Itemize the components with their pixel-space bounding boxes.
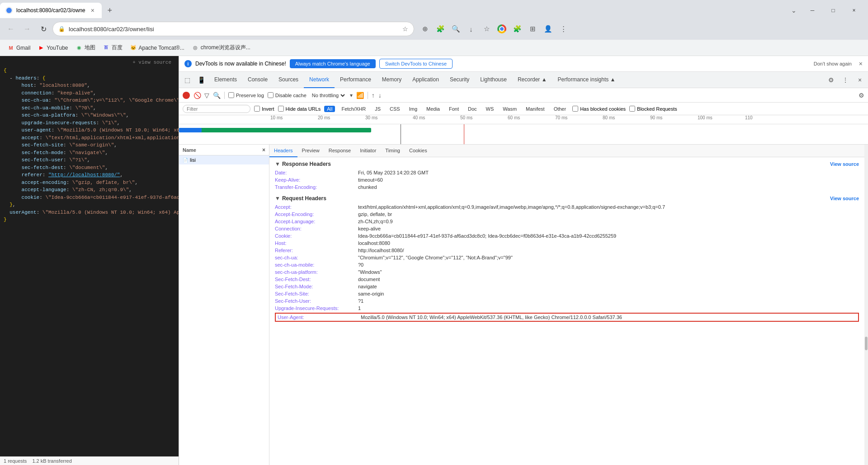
filter-js-btn[interactable]: JS [372,106,383,112]
grid-icon[interactable]: ⊞ [525,22,540,36]
tab-initiator[interactable]: Initiator [355,145,381,157]
filter-input[interactable] [183,105,250,113]
tab-close-btn[interactable]: × [89,7,96,14]
right-scrollbar[interactable] [864,145,868,465]
network-settings-btn[interactable]: ⚙ [859,92,864,99]
extensions-icon[interactable]: 🧩 [433,22,448,36]
overflow-menu-btn[interactable]: ⌄ [788,4,800,17]
tab-lighthouse[interactable]: Lighthouse [475,72,512,88]
minimize-btn[interactable]: ─ [802,3,823,18]
tab-headers[interactable]: Headers [269,145,297,157]
bookmark-tomcat[interactable]: 🐱 Apache Tomcat®... [126,42,188,53]
more-tools-icon[interactable]: ⋮ [839,74,852,86]
maximize-btn[interactable]: □ [823,3,844,18]
main-area: + view source { - headers: { host: "loca… [0,56,868,465]
preserve-log-checkbox[interactable]: Preserve log [228,92,264,98]
view-source-response-link[interactable]: View source [830,161,859,167]
filter-font-btn[interactable]: Font [446,106,462,112]
disable-cache-checkbox[interactable]: Disable cache [268,92,307,98]
tab-response[interactable]: Response [324,145,356,157]
bookmark-baidu[interactable]: 百 百度 [99,42,126,53]
tab-security[interactable]: Security [444,72,475,88]
filter-other-btn[interactable]: Other [551,106,569,112]
view-source-request-link[interactable]: View source [830,196,859,201]
tab-elements[interactable]: Elements [209,72,242,88]
filter-wasm-btn[interactable]: Wasm [500,106,519,112]
dont-show-again-link[interactable]: Don't show again [814,61,852,66]
export-har-btn[interactable]: ↓ [378,92,382,99]
search-network-icon[interactable]: 🔍 [213,92,221,99]
filter-media-btn[interactable]: Media [424,106,443,112]
tab-application[interactable]: Application [407,72,444,88]
new-tab-btn[interactable]: + [104,4,116,17]
tab-memory[interactable]: Memory [377,72,407,88]
header-value-accept: text/html,application/xhtml+xml,applicat… [358,204,665,210]
address-bar[interactable]: 🔒 localhost:8080/car02/3/owner/lisi ☆ [52,22,414,36]
bookmark-gmail[interactable]: M Gmail [4,42,34,53]
forward-btn[interactable]: → [20,22,34,36]
bookmark-star-icon[interactable]: ☆ [402,25,408,33]
back-btn[interactable]: ← [4,22,18,36]
filter-manifest-btn[interactable]: Manifest [523,106,547,112]
filter-css-btn[interactable]: CSS [387,106,403,112]
bookmark-youtube[interactable]: ▶ YouTube [34,42,71,53]
close-pane-btn[interactable]: × [262,147,265,153]
tab-cookies[interactable]: Cookies [405,145,432,157]
search-icon[interactable]: 🔍 [448,22,463,36]
tab-network[interactable]: Network [304,72,335,88]
tab-console[interactable]: Console [242,72,273,88]
filter-all-btn[interactable]: All [324,106,335,112]
puzzle-icon[interactable]: 🧩 [510,22,524,36]
response-headers-title[interactable]: ▼ Response Headers View source [275,161,859,167]
filter-icon[interactable]: ▽ [204,92,209,99]
view-source-btn[interactable]: + view source [4,60,175,65]
bookmark-chrome-settings[interactable]: ◎ chrome浏览器设声... [188,42,254,53]
filter-img-btn[interactable]: Img [406,106,420,112]
bookmarks-icon[interactable]: ☆ [479,22,494,36]
invert-checkbox[interactable]: Invert [254,106,274,112]
maps-favicon: ◉ [75,44,83,52]
clear-network-btn[interactable]: 🚫 [193,92,201,99]
response-headers-section: ▼ Response Headers View source Date: Fri… [275,161,859,190]
tab-performance-insights[interactable]: Performance insights ▲ [552,72,621,88]
close-btn[interactable]: × [844,3,864,18]
request-headers-title[interactable]: ▼ Request Headers View source [275,195,859,202]
tab-sources[interactable]: Sources [273,72,304,88]
hide-data-urls-checkbox[interactable]: Hide data URLs [278,106,321,112]
request-header-sec-fetch-dest: Sec-Fetch-Dest: document [275,277,859,282]
downloads-icon[interactable]: ↓ [464,22,478,36]
record-btn[interactable] [183,92,190,99]
profile-icon[interactable]: 👤 [541,22,555,36]
blocked-requests-checkbox[interactable]: Blocked Requests [629,106,677,112]
import-har-btn[interactable]: ↑ [372,92,375,99]
device-toolbar-icon[interactable]: 📱 [194,76,209,84]
match-language-btn[interactable]: Always match Chrome's language [290,59,376,68]
close-devtools-icon[interactable]: × [854,74,866,86]
tab-preview[interactable]: Preview [297,145,324,157]
three-dot-menu-icon[interactable]: ⋮ [556,22,571,36]
filter-ws-btn[interactable]: WS [483,106,497,112]
inspect-element-icon[interactable]: ⬚ [181,76,194,84]
header-value-sec-fetch-site: same-origin [358,291,384,296]
tab-recorder[interactable]: Recorder ▲ [512,72,552,88]
cast-icon[interactable]: ⊕ [418,22,432,36]
throttle-dropdown-icon[interactable]: ▾ [350,92,353,99]
settings-gear-icon[interactable]: ⚙ [825,74,837,86]
notification-close-btn[interactable]: × [859,60,863,67]
tab-timing[interactable]: Timing [381,145,405,157]
network-content: 🚫 ▽ 🔍 Preserve log Disable cache No thro… [179,88,868,465]
active-tab[interactable]: localhost:8080/car02/3/owne × [0,3,102,18]
wifi-icon[interactable]: 📶 [356,92,364,99]
scrollbar-thumb[interactable] [865,337,868,350]
tab-performance[interactable]: Performance [335,72,377,88]
bookmark-maps[interactable]: ◉ 地图 [72,42,99,53]
file-item-lisi[interactable]: 📄 lisi [179,155,269,164]
code-line-4: connection: "keep-alive", [4,89,175,97]
reload-btn[interactable]: ↻ [36,22,51,36]
url-text: localhost:8080/car02/3/owner/lisi [69,26,399,33]
filter-fetch-xhr-btn[interactable]: Fetch/XHR [339,106,368,112]
throttling-select[interactable]: No throttling [310,92,346,99]
has-blocked-cookies-checkbox[interactable]: Has blocked cookies [572,106,626,112]
switch-devtools-btn[interactable]: Switch DevTools to Chinese [379,59,453,69]
filter-doc-btn[interactable]: Doc [465,106,480,112]
